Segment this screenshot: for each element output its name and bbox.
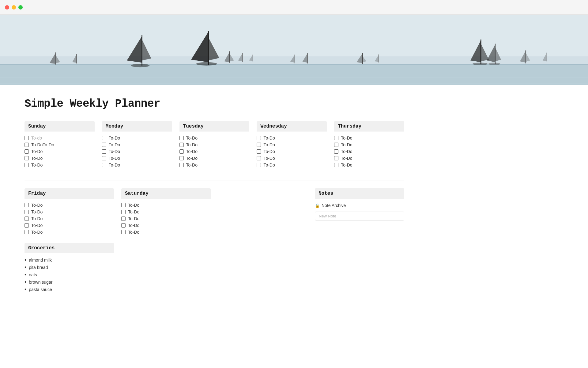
grocery-item: •brown sugar xyxy=(24,278,114,286)
todo-text: To-Do xyxy=(31,209,43,214)
todo-checkbox[interactable] xyxy=(121,203,126,207)
grocery-item: •pita bread xyxy=(24,264,114,271)
todo-checkbox[interactable] xyxy=(102,149,106,154)
todo-checkbox[interactable] xyxy=(24,143,29,147)
todo-item: To-Do xyxy=(102,141,172,148)
todo-item: To-Do xyxy=(179,148,250,155)
svg-point-10 xyxy=(131,64,149,67)
todo-checkbox[interactable] xyxy=(179,136,184,140)
todo-checkbox[interactable] xyxy=(121,210,126,214)
notes-column: Notes🔒Note ArchiveNew Note xyxy=(315,188,404,236)
new-note-button[interactable]: New Note xyxy=(315,212,404,220)
todo-checkbox[interactable] xyxy=(257,156,261,160)
todo-checkbox[interactable] xyxy=(121,217,126,221)
todo-checkbox[interactable] xyxy=(121,223,126,228)
todo-item: To-Do xyxy=(102,148,172,155)
todo-text: To-Do xyxy=(31,163,43,167)
day-col-tuesday: TuesdayTo-DoTo-DoTo-DoTo-DoTo-Do xyxy=(179,121,250,168)
maximize-button[interactable] xyxy=(18,5,23,10)
todo-text: To-Do xyxy=(128,203,139,208)
grocery-text: brown sugar xyxy=(29,280,52,285)
todo-item: To-Do xyxy=(334,141,404,148)
todo-item: To-Do xyxy=(24,215,114,222)
todo-item: To-Do xyxy=(121,209,211,215)
todo-item: To-Do xyxy=(334,148,404,155)
todo-text: To-Do xyxy=(128,230,139,235)
todo-checkbox[interactable] xyxy=(24,217,29,221)
todo-text: To-Do xyxy=(31,156,43,161)
todo-checkbox[interactable] xyxy=(257,136,261,140)
day-col-thursday: ThursdayTo-DoTo-DoTo-DoTo-DoTo-Do xyxy=(334,121,404,168)
svg-point-39 xyxy=(473,63,488,65)
todo-text: To-do xyxy=(31,136,42,140)
svg-point-14 xyxy=(196,62,217,66)
lock-icon: 🔒 xyxy=(315,203,320,208)
day-col-wednesday: WednesdayTo-DoTo-DoTo-DoTo-DoTo-Do xyxy=(257,121,327,168)
day-header-tuesday: Tuesday xyxy=(179,121,250,132)
todo-text: To-Do xyxy=(186,149,198,154)
note-archive-item[interactable]: 🔒Note Archive xyxy=(315,202,404,209)
todo-item: To-Do xyxy=(102,135,172,141)
todo-checkbox[interactable] xyxy=(179,156,184,160)
todo-checkbox[interactable] xyxy=(24,223,29,228)
todo-checkbox[interactable] xyxy=(334,149,338,154)
todo-checkbox[interactable] xyxy=(334,163,338,167)
svg-point-43 xyxy=(488,63,500,65)
todo-checkbox[interactable] xyxy=(257,163,261,167)
day-header-thursday: Thursday xyxy=(334,121,404,132)
todo-checkbox[interactable] xyxy=(334,156,338,160)
todo-checkbox[interactable] xyxy=(24,136,29,140)
todo-item: To-Do xyxy=(257,148,327,155)
todo-text: To-Do xyxy=(31,230,43,235)
page-title: Simple Weekly Planner xyxy=(24,98,404,110)
close-button[interactable] xyxy=(5,5,9,10)
day-header-sunday: Sunday xyxy=(24,121,95,132)
day-col-friday: FridayTo-DoTo-DoTo-DoTo-DoTo-Do xyxy=(24,188,114,236)
minimize-button[interactable] xyxy=(12,5,16,10)
bullet-icon: • xyxy=(24,279,26,285)
todo-checkbox[interactable] xyxy=(102,163,106,167)
todo-checkbox[interactable] xyxy=(121,230,126,234)
todo-text: To-Do xyxy=(109,142,120,147)
hero-image xyxy=(0,15,588,85)
todo-item: To-Do xyxy=(24,155,95,162)
grocery-item: •oats xyxy=(24,271,114,278)
todo-text: To-Do xyxy=(109,163,120,167)
todo-checkbox[interactable] xyxy=(334,143,338,147)
todo-item: To-Do xyxy=(121,215,211,222)
todo-checkbox[interactable] xyxy=(24,203,29,207)
todo-checkbox[interactable] xyxy=(102,156,106,160)
todo-checkbox[interactable] xyxy=(102,136,106,140)
todo-text: To-Do xyxy=(341,149,352,154)
bullet-icon: • xyxy=(24,287,26,292)
todo-checkbox[interactable] xyxy=(257,143,261,147)
todo-item: To-Do xyxy=(257,135,327,141)
week-grid-top: SundayTo-doTo-DoTo-DoTo-DoTo-DoTo-DoMond… xyxy=(24,121,404,168)
todo-checkbox[interactable] xyxy=(179,143,184,147)
day-header-wednesday: Wednesday xyxy=(257,121,327,132)
todo-text: To-Do xyxy=(341,163,352,167)
todo-text: To-Do xyxy=(263,142,275,147)
todo-text: To-Do xyxy=(31,223,43,228)
groceries-column: Groceries•almond milk•pita bread•oats•br… xyxy=(24,243,114,293)
todo-item: To-Do xyxy=(24,162,95,168)
day-header-saturday: Saturday xyxy=(121,188,211,199)
todo-text: To-Do xyxy=(128,216,139,221)
todo-item: To-Do xyxy=(179,155,250,162)
day-col-sunday: SundayTo-doTo-DoTo-DoTo-DoTo-DoTo-Do xyxy=(24,121,95,168)
todo-checkbox[interactable] xyxy=(24,163,29,167)
todo-item: To-Do xyxy=(334,155,404,162)
todo-item: To-Do xyxy=(179,141,250,148)
grocery-text: pita bread xyxy=(29,265,48,270)
todo-item: To-Do xyxy=(334,135,404,141)
todo-checkbox[interactable] xyxy=(24,210,29,214)
todo-checkbox[interactable] xyxy=(102,143,106,147)
todo-checkbox[interactable] xyxy=(257,149,261,154)
todo-checkbox[interactable] xyxy=(179,149,184,154)
todo-checkbox[interactable] xyxy=(24,230,29,234)
todo-checkbox[interactable] xyxy=(179,163,184,167)
todo-checkbox[interactable] xyxy=(334,136,338,140)
todo-checkbox[interactable] xyxy=(24,149,29,154)
todo-checkbox[interactable] xyxy=(24,156,29,160)
todo-item: To-Do xyxy=(179,162,250,168)
